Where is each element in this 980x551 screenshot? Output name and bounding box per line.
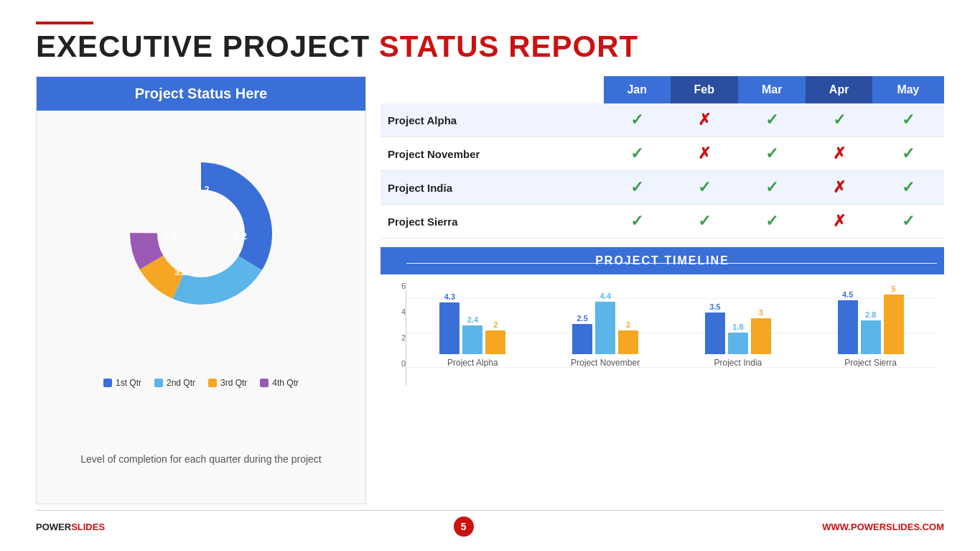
table-header-feb: Feb — [671, 76, 738, 103]
legend-item-1st: 1st Qtr — [103, 378, 141, 388]
brand-black: POWER — [36, 522, 71, 532]
table-row: Project India ✓ ✓ ✓ ✗ ✓ — [381, 171, 944, 205]
bar-sierra-q1: 4.5 — [838, 290, 858, 354]
page-title: EXECUTIVE PROJECT STATUS REPORT — [36, 30, 944, 63]
svg-text:3.2: 3.2 — [174, 267, 187, 277]
bar-nov-q1: 2.5 — [572, 314, 592, 354]
bar-sierra-q3: 5 — [884, 284, 904, 354]
title-black: EXECUTIVE PROJECT — [36, 29, 379, 63]
bar-india-q3: 3 — [751, 308, 771, 354]
status-alpha-may: ✓ — [872, 103, 944, 137]
bar-sierra-q2: 2.8 — [861, 310, 881, 354]
status-alpha-mar: ✓ — [738, 103, 806, 137]
project-name-india: Project India — [381, 171, 604, 205]
project-name-alpha: Project Alpha — [381, 103, 604, 137]
status-india-mar: ✓ — [738, 171, 806, 205]
timeline-title: PROJECT TIMELINE — [381, 247, 944, 274]
status-nov-feb: ✗ — [671, 137, 738, 171]
status-sierra-jan: ✓ — [604, 205, 671, 239]
bar-group-india-label: Project India — [714, 358, 762, 368]
main-content: Project Status Here — [36, 76, 944, 504]
bar-nov-q3: 2 — [618, 320, 638, 354]
table-row: Project Alpha ✓ ✗ ✓ ✓ ✓ — [381, 103, 944, 137]
legend-dot-1st — [103, 379, 112, 387]
table-header-empty — [381, 76, 604, 103]
title-red: STATUS REPORT — [379, 29, 638, 63]
left-panel-title: Project Status Here — [37, 77, 365, 111]
project-name-november: Project November — [381, 137, 604, 171]
status-nov-may: ✓ — [872, 137, 944, 171]
legend-item-3rd: 3rd Qtr — [208, 378, 247, 388]
left-panel-body: 8.2 3.2 1.4 1.2 1st Qtr — [37, 111, 365, 504]
project-name-sierra: Project Sierra — [381, 205, 604, 239]
status-alpha-apr: ✓ — [806, 103, 872, 137]
bar-alpha-q3: 2 — [485, 320, 505, 354]
bar-group-alpha-label: Project Alpha — [447, 358, 498, 368]
footer-brand: POWERSLIDES — [36, 522, 105, 532]
table-header-jan: Jan — [604, 76, 671, 103]
legend-label-3rd: 3rd Qtr — [220, 378, 247, 388]
table-header-may: May — [872, 76, 944, 103]
legend-label-1st: 1st Qtr — [116, 378, 141, 388]
legend-dot-4th — [260, 379, 269, 387]
chart-description: Level of completion for each quarter dur… — [80, 452, 321, 467]
status-india-apr: ✗ — [806, 171, 872, 205]
status-india-may: ✓ — [872, 171, 944, 205]
bar-chart-area: 6 4 2 0 — [381, 274, 944, 393]
bar-group-india: 3.5 1.8 3 — [672, 302, 805, 368]
timeline-section: PROJECT TIMELINE 6 4 2 0 — [381, 247, 944, 393]
legend-item-2nd: 2nd Qtr — [154, 378, 195, 388]
table-row: Project November ✓ ✗ ✓ ✗ ✓ — [381, 137, 944, 171]
status-sierra-apr: ✗ — [806, 205, 872, 239]
svg-text:1.4: 1.4 — [164, 229, 177, 239]
chart-legend: 1st Qtr 2nd Qtr 3rd Qtr 4th Qtr — [103, 378, 299, 388]
bar-nov-q2: 4.4 — [595, 292, 615, 354]
svg-text:1.2: 1.2 — [197, 185, 210, 195]
status-alpha-feb: ✗ — [671, 103, 738, 137]
header-accent-line — [36, 22, 93, 24]
status-india-feb: ✓ — [671, 171, 738, 205]
footer-website: WWW.POWERSLIDES.COM — [822, 522, 944, 532]
bar-group-alpha: 4.3 2.4 2 — [406, 292, 539, 368]
legend-item-4th: 4th Qtr — [260, 378, 299, 388]
brand-red: SLIDES — [71, 522, 105, 532]
right-panel: Jan Feb Mar Apr May Project Alpha ✓ ✗ ✓ … — [381, 76, 944, 504]
status-table: Jan Feb Mar Apr May Project Alpha ✓ ✗ ✓ … — [381, 76, 944, 239]
bar-alpha-q2: 2.4 — [462, 315, 482, 354]
status-alpha-jan: ✓ — [604, 103, 671, 137]
table-row: Project Sierra ✓ ✓ ✓ ✗ ✓ — [381, 205, 944, 239]
bar-group-sierra-label: Project Sierra — [844, 358, 897, 368]
donut-chart: 8.2 3.2 1.4 1.2 — [122, 154, 280, 312]
footer-page-number: 5 — [454, 517, 474, 537]
legend-label-2nd: 2nd Qtr — [167, 378, 195, 388]
bar-alpha-q1: 4.3 — [439, 292, 459, 354]
status-sierra-may: ✓ — [872, 205, 944, 239]
bar-group-november-label: Project November — [571, 358, 640, 368]
status-nov-mar: ✓ — [738, 137, 806, 171]
table-header-mar: Mar — [738, 76, 806, 103]
left-panel: Project Status Here — [36, 76, 366, 504]
legend-label-4th: 4th Qtr — [272, 378, 299, 388]
status-india-jan: ✓ — [604, 171, 671, 205]
legend-dot-3rd — [208, 379, 217, 387]
status-nov-jan: ✓ — [604, 137, 671, 171]
table-header-apr: Apr — [806, 76, 872, 103]
status-nov-apr: ✗ — [806, 137, 872, 171]
bar-group-sierra: 4.5 2.8 5 — [804, 284, 937, 368]
footer: POWERSLIDES 5 WWW.POWERSLIDES.COM — [36, 510, 944, 537]
status-sierra-mar: ✓ — [738, 205, 806, 239]
page: EXECUTIVE PROJECT STATUS REPORT Project … — [0, 0, 980, 551]
bar-india-q1: 3.5 — [705, 302, 725, 354]
svg-text:8.2: 8.2 — [234, 231, 247, 241]
bar-group-november: 2.5 4.4 2 — [539, 292, 672, 368]
legend-dot-2nd — [154, 379, 163, 387]
bar-india-q2: 1.8 — [728, 323, 748, 354]
status-sierra-feb: ✓ — [671, 205, 738, 239]
